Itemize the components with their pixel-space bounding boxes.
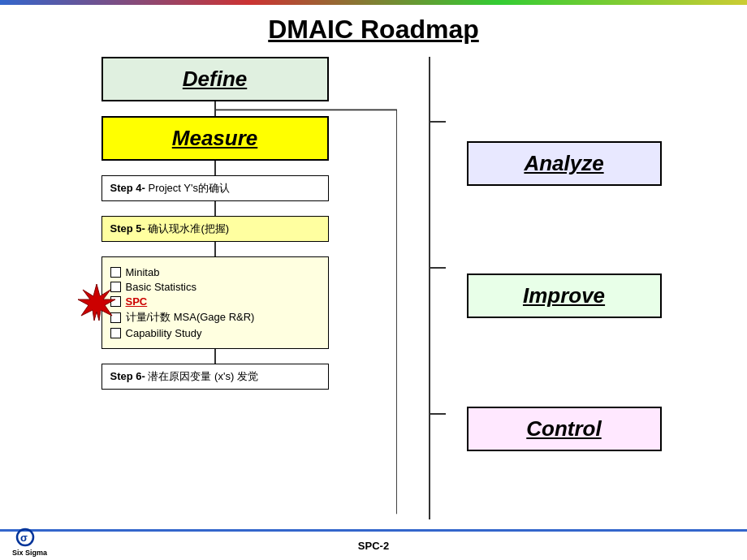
starburst-icon <box>78 283 115 321</box>
step4-text: Project Y's的确认 <box>145 182 230 194</box>
tools-box: Minitab Basic Statistics SPC 计量/计数 MS <box>101 256 329 349</box>
minitab-label: Minitab <box>126 266 160 278</box>
svg-marker-0 <box>78 284 115 321</box>
step4-box: Step 4- Project Y's的确认 <box>101 175 329 201</box>
step6-box: Step 6- 潜在原因变量 (x's) 发觉 <box>101 364 329 390</box>
checkbox-capability <box>110 328 121 338</box>
six-sigma-logo-icon: σ <box>15 526 45 549</box>
right-column: Analyze Improve Control <box>413 57 715 519</box>
logo-area: σ Six Sigma <box>12 526 47 557</box>
right-items: Analyze Improve Control <box>467 73 662 519</box>
main-content: Define Measure Step 4- Project Y's的确认 St… <box>0 57 747 519</box>
analyze-label: Analyze <box>524 151 603 175</box>
control-label: Control <box>526 416 601 441</box>
logo-text: Six Sigma <box>12 549 47 557</box>
capability-label: Capability Study <box>126 327 202 339</box>
improve-label: Improve <box>523 283 605 308</box>
connector-step4-step5 <box>214 201 216 216</box>
connector-tools-step6 <box>214 349 216 364</box>
page-title: DMAIC Roadmap <box>0 5 747 53</box>
step6-label: Step 6- <box>110 370 145 382</box>
measure-label: Measure <box>172 126 258 150</box>
right-connector-lines <box>413 57 446 519</box>
footer: σ Six Sigma SPC-2 <box>0 529 747 560</box>
tool-minitab: Minitab <box>110 266 320 278</box>
analyze-box: Analyze <box>467 141 662 186</box>
connector-measure-step4 <box>214 161 216 175</box>
measure-box: Measure <box>101 116 329 161</box>
page-number: SPC-2 <box>358 540 389 552</box>
left-col-inner: Define Measure Step 4- Project Y's的确认 St… <box>32 57 397 390</box>
spc-label[interactable]: SPC <box>126 295 148 308</box>
checkbox-minitab <box>110 267 121 278</box>
basic-stats-label: Basic Statistics <box>126 281 196 293</box>
left-column: Define Measure Step 4- Project Y's的确认 St… <box>32 57 397 519</box>
control-box: Control <box>467 407 662 451</box>
msa-label: 计量/计数 MSA(Gage R&R) <box>126 310 255 325</box>
tool-spc: SPC <box>110 295 320 308</box>
tool-capability: Capability Study <box>110 327 320 339</box>
improve-box: Improve <box>467 274 662 318</box>
connector-step5-tools <box>214 242 216 256</box>
step6-text: 潜在原因变量 (x's) 发觉 <box>145 370 258 382</box>
step4-label: Step 4- <box>110 182 145 194</box>
step5-box: Step 5- 确认现水准(把握) <box>101 216 329 242</box>
connector-define-measure <box>214 101 216 116</box>
step5-label: Step 5- <box>110 222 145 235</box>
define-label: Define <box>183 67 247 91</box>
step5-text: 确认现水准(把握) <box>145 222 229 235</box>
tool-basic-stats: Basic Statistics <box>110 281 320 293</box>
define-box: Define <box>101 57 329 101</box>
tool-msa: 计量/计数 MSA(Gage R&R) <box>110 310 320 325</box>
svg-text:σ: σ <box>20 532 28 544</box>
